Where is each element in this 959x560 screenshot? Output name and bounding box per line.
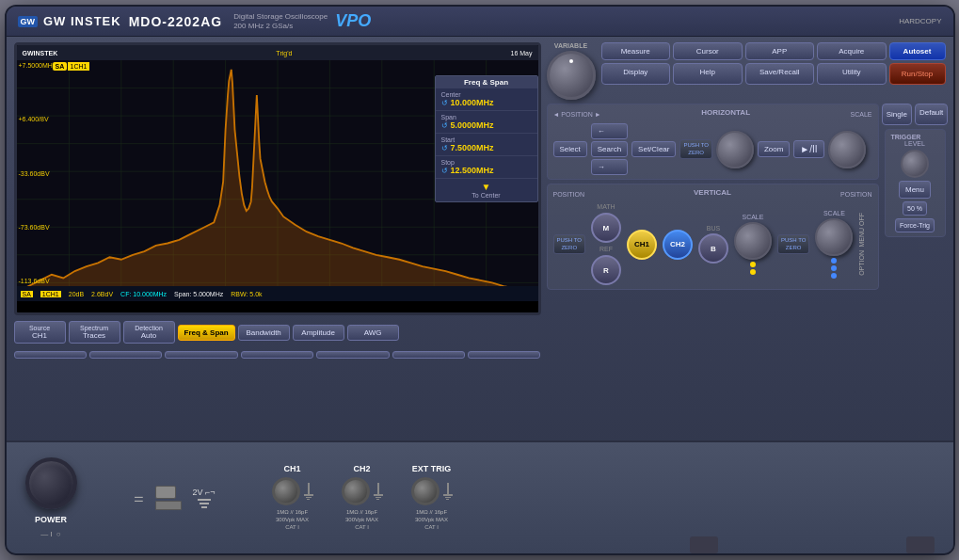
push-to-zero-ch1[interactable]: PUSH TOZERO [553,234,585,253]
horizontal-position-knob[interactable] [716,131,754,168]
ch1-connector[interactable] [272,477,300,505]
ch2-title: CH2 [354,464,371,473]
awg-button[interactable]: AWG [347,325,399,341]
math-ref-section: MATH M REF R [591,203,621,285]
stop-icon: ↺ [441,167,448,175]
fifty-pct-button[interactable]: 50 % [903,201,927,216]
left-arrow-button[interactable]: ← [591,123,628,139]
set-clear-button[interactable]: Set/Clear [631,141,676,157]
select-button[interactable]: Select [553,141,587,157]
zoom-button[interactable]: Zoom [758,141,790,157]
ch2-column: PUSH TOZERO [777,234,809,253]
app-button[interactable]: APP [745,42,815,60]
ch1-scale-dots [750,262,756,275]
ext-ground [443,483,453,500]
freq-span-title: Freq & Span [436,76,537,88]
autoset-button[interactable]: Autoset [889,42,946,60]
acquire-button[interactable]: Acquire [817,42,887,60]
detection-button[interactable]: Detection Auto [123,321,175,344]
trigger-column: Single Default TRIGGER LEVEL Menu 50 % F… [885,104,946,290]
control-button-row: Source CH1 Spectrum Traces Detection Aut… [14,319,541,345]
freq-span-button[interactable]: Freq & Span [178,325,235,341]
small-btn-4[interactable] [241,351,313,359]
ch1-scale-knob[interactable] [734,222,772,260]
span-freq-item[interactable]: Span ↺ 5.0000MHz [436,111,537,134]
power-indicators: — I ○ [40,530,60,538]
ch1-probe-group: CH1 1MΩ // 16pF300Vpk MAXCAT I [272,464,313,531]
stop-freq-item[interactable]: Stop ↺ 12.500MHz [436,156,537,179]
bandwidth-button[interactable]: Bandwidth [238,325,290,341]
small-btn-7[interactable] [468,351,540,359]
small-btn-5[interactable] [316,351,389,359]
small-btn-1[interactable] [14,351,87,359]
scale-label-right: SCALE [851,111,872,118]
trigger-header: TRIGGER [891,134,939,140]
push-to-zero-button[interactable]: PUSH TOZERO [679,139,711,158]
right-arrow-button[interactable]: → [591,159,628,175]
hardcopy-button[interactable]: HARDCOPY [899,17,941,25]
spectrum-traces-button[interactable]: Spectrum Traces [69,321,120,344]
button-row-2: Display Help Save/Recall Utility Run/Sto… [601,63,946,85]
power-button[interactable] [25,457,77,509]
power-label: POWER [35,515,67,524]
help-button[interactable]: Help [673,63,743,85]
utility-button[interactable]: Utility [817,63,887,85]
default-button[interactable]: Default [915,104,948,125]
ch2-scale-knob[interactable] [815,218,853,256]
screen-display: +7.5000MHz +6.400/8V -33.60dBV -73.60dBV… [17,60,538,286]
center-freq-item[interactable]: Center ↺ 10.000MHz [436,88,537,111]
to-center-item[interactable]: ▼ To Center [436,179,537,201]
trigger-level-knob[interactable] [901,150,929,178]
trigger-controls: LEVEL Menu 50 % Force-Trig [891,140,939,232]
single-button[interactable]: Single [882,104,912,125]
usb-connectors: ⚌ 2V ⌐¬ [134,486,216,510]
right-foot [906,536,935,553]
oscilloscope-body: GW GW INSTEK MDO-2202AG Digital Storage … [5,5,955,555]
run-stop-button[interactable]: Run/Stop [889,63,946,85]
vert-controls: PUSH TOZERO MATH M REF R CH1 [553,203,872,285]
small-btn-3[interactable] [165,351,237,359]
ext-trig-title: EXT TRIG [412,464,452,473]
search-button[interactable]: Search [591,141,628,157]
cursor-button[interactable]: Cursor [673,42,743,60]
main-buttons-area: Measure Cursor APP Acquire Autoset Displ… [601,42,946,85]
source-button[interactable]: Source CH1 [14,321,66,344]
trigger-menu-button[interactable]: Menu [899,181,931,199]
measure-button[interactable]: Measure [601,42,671,60]
ch1-ground [304,483,313,500]
scale-dot-blue-3 [831,273,837,279]
small-btn-6[interactable] [392,351,465,359]
usb-ports [155,486,182,510]
small-btn-2[interactable] [89,351,162,359]
ref-label: REF [599,246,613,252]
usb-port-b[interactable] [155,501,182,510]
variable-section: VARIABLE [547,42,596,100]
ch2-scale-dots [831,258,837,279]
scale-labels: +7.5000MHz +6.400/8V -33.60dBV -73.60dBV… [19,60,56,286]
usb-port-a[interactable] [155,486,176,499]
variable-knob[interactable] [547,51,596,100]
vert-position-label-right: POSITION [840,191,871,198]
small-button-row [14,349,541,360]
ref-button[interactable]: R [591,255,621,285]
ch2-connector[interactable] [342,477,370,505]
display-button[interactable]: Display [601,63,671,85]
ch1-button[interactable]: CH1 [627,230,657,260]
scale-label-ch1: SCALE [742,214,763,220]
screen-area: GWINSTEK Trig'd 16 May [14,42,541,435]
scale-dot-blue-2 [831,265,837,271]
horizontal-scale-knob[interactable] [828,131,866,168]
save-recall-button[interactable]: Save/Recall [745,63,815,85]
ch2-button[interactable]: CH2 [663,230,693,260]
push-to-zero-ch2[interactable]: PUSH TOZERO [777,234,809,253]
start-freq-item[interactable]: Start ↺ 7.5000MHz [436,134,537,156]
zoom-section: Zoom [758,141,790,157]
amplitude-button[interactable]: Amplitude [293,325,344,341]
math-button[interactable]: M [591,213,621,243]
model-description: Digital Storage Oscilloscope 200 MHz 2 G… [233,12,328,30]
play-pause-button[interactable]: ►/II [793,140,823,158]
bus-button[interactable]: B [698,233,728,264]
horizontal-section: ◄ POSITION ► HORIZONTAL SCALE Select ← S… [547,104,879,180]
force-trig-button[interactable]: Force-Trig [895,218,935,232]
ext-trig-connector[interactable] [411,477,440,505]
